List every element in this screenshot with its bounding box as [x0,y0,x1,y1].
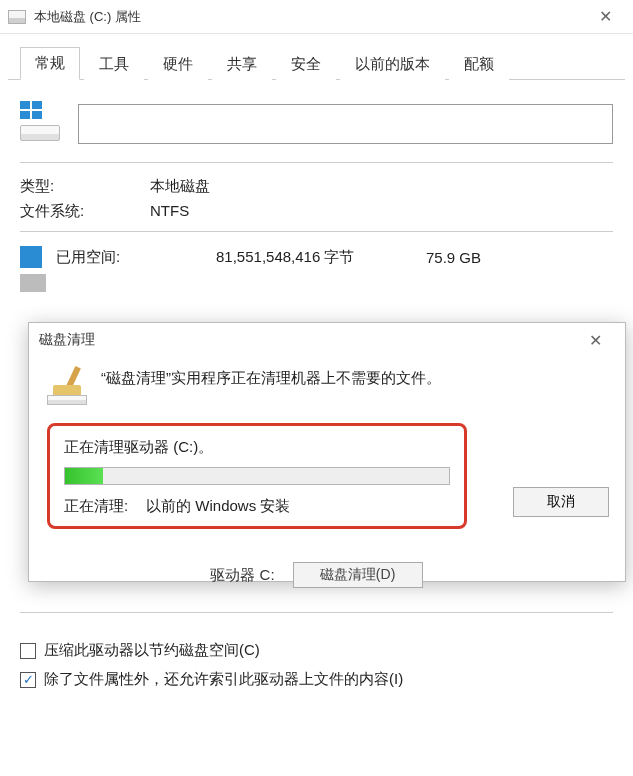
used-color-swatch [20,246,42,268]
cleanup-close-icon[interactable]: ✕ [575,323,615,357]
type-value: 本地磁盘 [150,177,260,196]
cleanup-message: “磁盘清理”实用程序正在清理机器上不需要的文件。 [101,365,441,388]
divider [20,162,613,163]
compress-label: 压缩此驱动器以节约磁盘空间(C) [44,641,260,660]
compress-checkbox[interactable] [20,643,36,659]
cleanup-progressbar [64,467,450,485]
tab-general[interactable]: 常规 [20,47,80,80]
drive-name-input[interactable] [78,104,613,144]
divider [20,612,613,613]
used-gb: 75.9 GB [426,249,481,266]
window-title: 本地磁盘 (C:) 属性 [34,8,585,26]
disk-cleanup-dialog: 磁盘清理 ✕ “磁盘清理”实用程序正在清理机器上不需要的文件。 正在清理驱动器 … [28,322,626,582]
cleanup-progress-fill [65,468,103,484]
filesystem-label: 文件系统: [20,202,150,221]
cancel-button[interactable]: 取消 [513,487,609,517]
tab-quota[interactable]: 配额 [449,48,509,80]
used-bytes: 81,551,548,416 字节 [216,248,426,267]
tab-previous-versions[interactable]: 以前的版本 [340,48,445,80]
drive-c-label: 驱动器 C: [210,566,274,585]
tab-tools[interactable]: 工具 [84,48,144,80]
type-label: 类型: [20,177,150,196]
tab-security[interactable]: 安全 [276,48,336,80]
index-label: 除了文件属性外，还允许索引此驱动器上文件的内容(I) [44,670,403,689]
tab-hardware[interactable]: 硬件 [148,48,208,80]
cleanup-progress-group: 正在清理驱动器 (C:)。 正在清理: 以前的 Windows 安装 [47,423,467,529]
cleanup-item-value: 以前的 Windows 安装 [146,497,290,516]
tab-sharing[interactable]: 共享 [212,48,272,80]
cleanup-item-label: 正在清理: [64,497,128,516]
broom-drive-icon [47,365,87,405]
close-icon[interactable]: ✕ [585,0,625,33]
cleanup-status-line: 正在清理驱动器 (C:)。 [64,438,450,457]
tabs: 常规 工具 硬件 共享 安全 以前的版本 配额 [8,34,625,80]
disk-cleanup-button[interactable]: 磁盘清理(D) [293,562,423,588]
divider [20,231,613,232]
free-color-swatch [20,274,46,292]
cleanup-title: 磁盘清理 [39,331,575,349]
windows-drive-icon [20,107,62,141]
index-checkbox[interactable] [20,672,36,688]
general-panel: 类型: 本地磁盘 文件系统: NTFS 已用空间: 81,551,548,416… [0,80,633,300]
drive-icon [8,10,26,24]
used-label: 已用空间: [56,248,216,267]
titlebar: 本地磁盘 (C:) 属性 ✕ [0,0,633,34]
filesystem-value: NTFS [150,202,260,221]
